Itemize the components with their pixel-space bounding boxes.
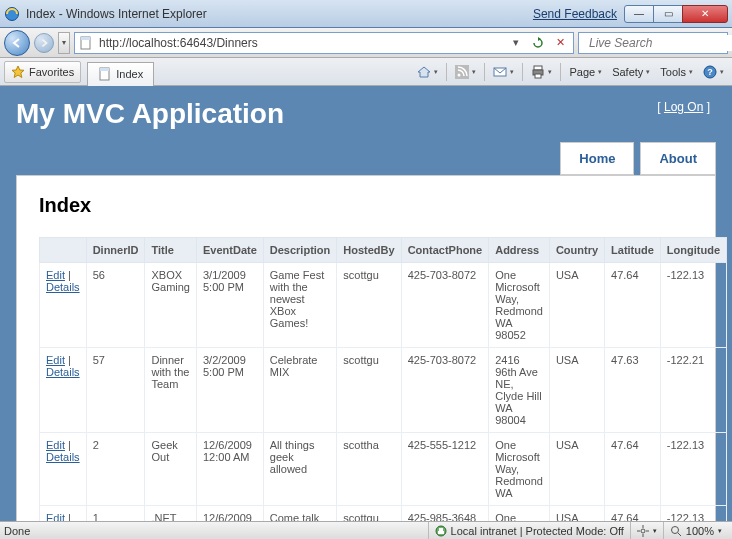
maximize-button[interactable]: ▭	[653, 5, 683, 23]
favorites-label: Favorites	[29, 66, 74, 78]
favorites-button[interactable]: Favorites	[4, 61, 81, 83]
edit-link[interactable]: Edit	[46, 269, 65, 281]
cell-id: 57	[86, 348, 145, 433]
logon-link[interactable]: Log On	[664, 100, 703, 114]
command-bar: Favorites Index ▾ ▾ ▾ ▾ Page▾ Safety▾ To…	[0, 58, 732, 86]
send-feedback-link[interactable]: Send Feedback	[533, 7, 617, 21]
nav-home[interactable]: Home	[560, 142, 634, 175]
gear-status[interactable]: ▾	[630, 522, 663, 540]
details-link[interactable]: Details	[46, 366, 80, 378]
home-icon	[417, 65, 431, 79]
cell-country: USA	[549, 263, 604, 348]
help-button[interactable]: ?▾	[699, 61, 728, 83]
table-row: Edit | Details1.NET Futures12/6/2009 5:0…	[40, 506, 727, 522]
mail-button[interactable]: ▾	[489, 61, 518, 83]
cell-phone: 425-703-8072	[401, 263, 489, 348]
close-button[interactable]: ✕	[682, 5, 728, 23]
col-lat: Latitude	[605, 238, 661, 263]
cell-title: Geek Out	[145, 433, 197, 506]
stop-button[interactable]: ✕	[551, 36, 569, 49]
refresh-button[interactable]	[529, 37, 547, 49]
cell-id: 2	[86, 433, 145, 506]
address-dropdown[interactable]: ▾	[507, 36, 525, 49]
cell-id: 1	[86, 506, 145, 522]
zone-icon	[435, 525, 447, 537]
forward-button[interactable]	[34, 33, 54, 53]
col-host: HostedBy	[337, 238, 401, 263]
cell-addr: One Microsoft Way, Redmond WA 98052	[489, 263, 550, 348]
page-menu[interactable]: Page▾	[565, 61, 606, 83]
edit-link[interactable]: Edit	[46, 439, 65, 451]
cell-phone: 425-555-1212	[401, 433, 489, 506]
security-zone[interactable]: Local intranet | Protected Mode: Off	[428, 522, 630, 540]
cell-host: scottgu	[337, 506, 401, 522]
cell-lon: -122.13	[660, 263, 726, 348]
cell-desc: Come talk about cool things coming with …	[263, 506, 337, 522]
col-date: EventDate	[196, 238, 263, 263]
edit-link[interactable]: Edit	[46, 354, 65, 366]
app-header: My MVC Application [ Log On ]	[16, 92, 716, 136]
svg-point-27	[671, 526, 678, 533]
svg-rect-21	[438, 531, 444, 534]
mail-icon	[493, 65, 507, 79]
zone-label: Local intranet | Protected Mode: Off	[451, 525, 624, 537]
cell-phone: 425-703-8072	[401, 348, 489, 433]
cell-date: 3/2/2009 5:00 PM	[196, 348, 263, 433]
zoom-control[interactable]: 100% ▾	[663, 522, 728, 540]
cell-lon: -122.13	[660, 506, 726, 522]
tab-page-icon	[98, 67, 112, 81]
col-addr: Address	[489, 238, 550, 263]
cell-desc: Game Fest with the newest XBox Games!	[263, 263, 337, 348]
cell-date: 3/1/2009 5:00 PM	[196, 263, 263, 348]
command-toolbar: ▾ ▾ ▾ ▾ Page▾ Safety▾ Tools▾ ?▾	[413, 61, 728, 83]
svg-rect-10	[100, 68, 109, 71]
gear-icon	[637, 525, 649, 537]
col-actions	[40, 238, 87, 263]
svg-rect-20	[439, 528, 443, 531]
tab-title: Index	[116, 68, 143, 80]
cell-addr: One Microsoft Way, Redmond WA	[489, 506, 550, 522]
search-input[interactable]	[587, 35, 732, 51]
tools-menu[interactable]: Tools▾	[656, 61, 697, 83]
cell-lon: -122.13	[660, 433, 726, 506]
cell-addr: One Microsoft Way, Redmond WA	[489, 433, 550, 506]
feeds-button[interactable]: ▾	[451, 61, 480, 83]
nav-bar: ▾ ▾ ✕	[0, 28, 732, 58]
edit-link[interactable]: Edit	[46, 512, 65, 521]
browser-tab[interactable]: Index	[87, 62, 154, 86]
window-buttons: — ▭ ✕	[625, 5, 728, 23]
details-link[interactable]: Details	[46, 281, 80, 293]
star-icon	[11, 65, 25, 79]
separator	[484, 63, 485, 81]
safety-menu[interactable]: Safety▾	[608, 61, 654, 83]
help-icon: ?	[703, 65, 717, 79]
history-dropdown[interactable]: ▾	[58, 32, 70, 54]
logon-area: [ Log On ]	[657, 98, 710, 114]
svg-point-12	[458, 73, 461, 76]
minimize-button[interactable]: —	[624, 5, 654, 23]
zoom-label: 100%	[686, 525, 714, 537]
back-button[interactable]	[4, 30, 30, 56]
cell-lat: 47.64	[605, 433, 661, 506]
nav-about[interactable]: About	[640, 142, 716, 175]
safety-label: Safety	[612, 66, 643, 78]
cell-id: 56	[86, 263, 145, 348]
dinners-table: DinnerID Title EventDate Description Hos…	[39, 237, 727, 521]
cell-host: scottha	[337, 433, 401, 506]
page-content: Index DinnerID Title EventDate Descripti…	[16, 175, 716, 521]
col-id: DinnerID	[86, 238, 145, 263]
cell-phone: 425-985-3648	[401, 506, 489, 522]
svg-rect-14	[534, 66, 542, 70]
page-heading: Index	[39, 194, 693, 217]
zoom-icon	[670, 525, 682, 537]
home-button[interactable]: ▾	[413, 61, 442, 83]
browser-viewport[interactable]: My MVC Application [ Log On ] Home About…	[0, 86, 732, 521]
col-country: Country	[549, 238, 604, 263]
cell-title: Dinner with the Team	[145, 348, 197, 433]
cell-desc: Celebrate MIX	[263, 348, 337, 433]
svg-rect-2	[81, 37, 90, 40]
details-link[interactable]: Details	[46, 451, 80, 463]
table-row: Edit | Details57Dinner with the Team3/2/…	[40, 348, 727, 433]
address-input[interactable]	[97, 35, 503, 51]
print-button[interactable]: ▾	[527, 61, 556, 83]
